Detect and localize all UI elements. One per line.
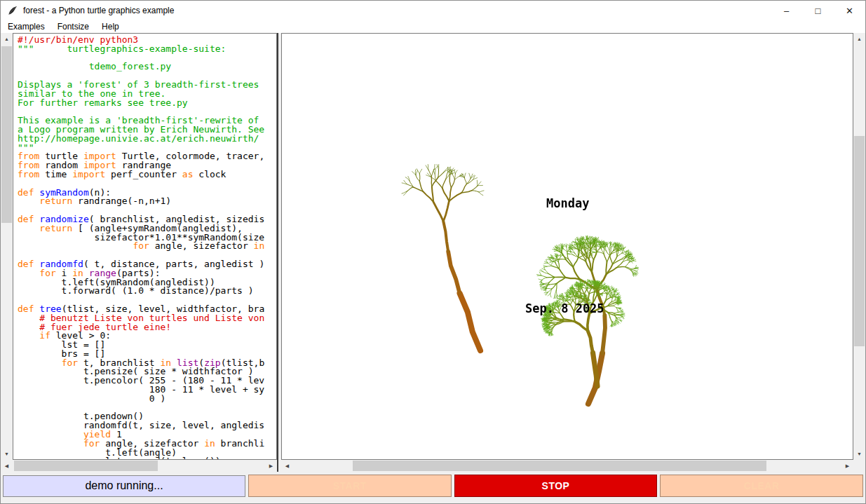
canvas-horizontal-scrollbar[interactable]: ◀ ▶ <box>281 460 853 472</box>
scroll-up-arrow-icon[interactable]: ▲ <box>1 33 13 45</box>
scroll-left-arrow-icon[interactable]: ◀ <box>281 460 293 472</box>
menu-help[interactable]: Help <box>95 21 126 32</box>
scroll-down-arrow-icon[interactable]: ▼ <box>853 448 865 460</box>
window-controls: – □ ✕ <box>771 1 865 20</box>
code-vscroll-thumb[interactable] <box>1 46 12 223</box>
app-window: forest - a Python turtle graphics exampl… <box>0 0 866 504</box>
scrollbar-corner <box>853 460 865 472</box>
clear-button[interactable]: CLEAR <box>660 475 863 497</box>
menu-examples[interactable]: Examples <box>1 21 51 32</box>
status-label: demo running... <box>3 475 245 497</box>
code-pane: ▲ ▼ #!/usr/bin/env python3""" turtlegrap… <box>1 33 277 460</box>
title-bar: forest - a Python turtle graphics exampl… <box>1 1 865 20</box>
code-vscroll-track[interactable] <box>1 45 13 448</box>
window-title: forest - a Python turtle graphics exampl… <box>23 6 174 15</box>
app-icon <box>7 5 18 16</box>
scroll-down-arrow-icon[interactable]: ▼ <box>1 448 13 460</box>
menu-fontsize[interactable]: Fontsize <box>51 21 95 32</box>
code-horizontal-scrollbar[interactable]: ◀ ▶ <box>1 460 277 472</box>
start-button[interactable]: START <box>248 475 452 497</box>
canvas-vertical-scrollbar[interactable]: ▲ ▼ <box>853 33 865 460</box>
canvas-vscroll-thumb[interactable] <box>854 136 865 346</box>
scroll-left-arrow-icon[interactable]: ◀ <box>1 460 13 472</box>
bottom-bar: demo running... START STOP CLEAR <box>1 472 865 500</box>
canvas-text-weekday: Monday <box>546 196 589 210</box>
canvas-hscroll-track[interactable] <box>293 460 841 472</box>
scroll-up-arrow-icon[interactable]: ▲ <box>853 33 865 45</box>
minimize-button[interactable]: – <box>771 1 802 20</box>
close-button[interactable]: ✕ <box>834 1 865 20</box>
canvas-text-date: Sep. 8 2025 <box>525 301 604 315</box>
code-vertical-scrollbar[interactable]: ▲ ▼ <box>1 33 13 460</box>
stop-button[interactable]: STOP <box>454 475 658 497</box>
main-area: ▲ ▼ #!/usr/bin/env python3""" turtlegrap… <box>1 33 865 460</box>
scroll-right-arrow-icon[interactable]: ▶ <box>265 460 277 472</box>
maximize-button[interactable]: □ <box>802 1 834 20</box>
code-hscroll-thumb[interactable] <box>14 461 158 471</box>
code-hscroll-track[interactable] <box>13 460 265 472</box>
menu-bar: Examples Fontsize Help <box>1 20 865 33</box>
canvas-hscroll-thumb[interactable] <box>353 461 766 471</box>
horizontal-scrollbar-row: ◀ ▶ ◀ ▶ <box>1 460 865 472</box>
canvas-vscroll-track[interactable] <box>853 45 865 448</box>
turtle-canvas[interactable]: Monday Sep. 8 2025 <box>281 33 853 460</box>
turtle-drawing <box>282 34 853 459</box>
code-text[interactable]: #!/usr/bin/env python3""" turtlegraphics… <box>13 33 277 460</box>
scroll-right-arrow-icon[interactable]: ▶ <box>841 460 853 472</box>
